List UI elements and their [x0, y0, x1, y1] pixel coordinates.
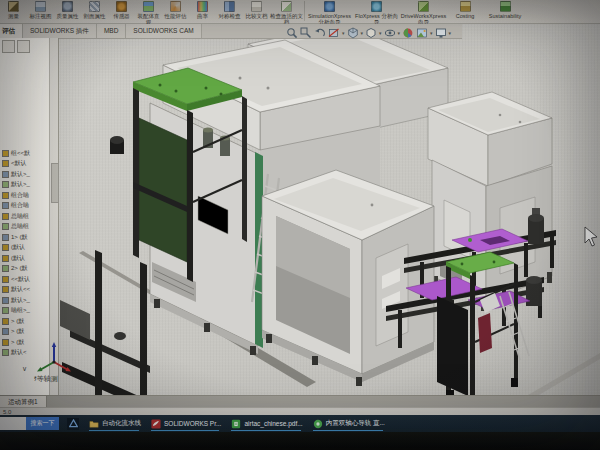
active-app-indicator: [313, 430, 383, 432]
mouse-cursor: [585, 227, 597, 246]
component-icon: [2, 234, 9, 241]
tool-sensor[interactable]: 传感器: [108, 1, 135, 19]
display-style-icon[interactable]: [365, 27, 377, 39]
tab-solidworks-addins[interactable]: SOLIDWORKS 插件: [23, 24, 97, 38]
section-view-icon[interactable]: [328, 27, 340, 39]
tree-item[interactable]: (默认: [2, 253, 48, 264]
costing-icon: [460, 1, 471, 12]
symmetry-check-icon: [224, 1, 235, 12]
hide-show-items-icon[interactable]: [384, 27, 396, 39]
features-tab-icon[interactable]: [2, 40, 15, 53]
component-icon: [2, 202, 9, 209]
tool-label: 质量属性: [57, 13, 79, 19]
tree-item-label: 默认>_: [11, 170, 30, 179]
apply-scene-icon[interactable]: [416, 27, 428, 39]
zoom-area-icon[interactable]: [300, 27, 312, 39]
view-orientation-icon[interactable]: [347, 27, 359, 39]
component-icon: [2, 286, 9, 293]
caret-icon[interactable]: ▾: [379, 27, 382, 39]
previous-view-icon[interactable]: [314, 27, 326, 39]
tree-item-label: 总啮组: [11, 212, 29, 221]
tool-check-active-document[interactable]: 检查激活的文档: [270, 1, 303, 25]
taskbar-item-pdf[interactable]: airtac_chinese.pdf...: [231, 416, 302, 431]
tree-item-label: <<默认: [11, 275, 30, 284]
tree-item[interactable]: 总啮组: [2, 222, 48, 233]
tree-item[interactable]: > (默: [2, 316, 48, 327]
component-icon: [2, 171, 9, 178]
tree-item-label: 默认>_: [11, 180, 30, 189]
properties-tab-icon[interactable]: [17, 40, 30, 53]
tree-item[interactable]: (默认: [2, 243, 48, 254]
tree-item[interactable]: 组<<默: [2, 148, 48, 159]
edit-appearance-icon[interactable]: [402, 27, 414, 39]
component-icon: [2, 318, 9, 325]
taskbar-item-solidworks[interactable]: SOLIDWORKS Pr...: [151, 416, 221, 431]
tool-curvature[interactable]: 曲率: [189, 1, 216, 19]
compare-documents-icon: [251, 1, 262, 12]
tab-mbd[interactable]: MBD: [97, 24, 126, 38]
tree-item[interactable]: 默认>_: [2, 295, 48, 306]
graphics-area[interactable]: [0, 0, 600, 450]
tree-item[interactable]: 默认>_: [2, 180, 48, 191]
tool-assembly-visualization[interactable]: 装配体直观: [135, 1, 162, 25]
tool-sustainability[interactable]: Sustainability: [483, 1, 527, 19]
tool-symmetry-check[interactable]: 对称检查: [216, 1, 243, 19]
tree-item[interactable]: 总啮组: [2, 211, 48, 222]
tool-label: 比较文档: [246, 13, 268, 19]
drive-app-icon[interactable]: [67, 418, 79, 430]
taskbar-item-guide-rail[interactable]: 内置双轴心导轨 直...: [313, 416, 385, 431]
tab-evaluate[interactable]: 评估: [0, 24, 23, 38]
tree-item[interactable]: 默认>_: [2, 169, 48, 180]
process-cabinet-front[interactable]: [262, 170, 434, 386]
tool-costing[interactable]: Costing: [447, 1, 483, 19]
view-settings-icon[interactable]: [435, 27, 447, 39]
tree-item-label: 组合啮: [11, 201, 29, 210]
tree-item[interactable]: 组合啮: [2, 190, 48, 201]
feature-tree-list: 组<<默 <默认 默认>_ 默认>_ 组合啮 组合啮 总啮组 总啮组 1> (默…: [2, 148, 48, 358]
caret-icon[interactable]: ▾: [361, 27, 364, 39]
green-circle-icon: [313, 419, 323, 429]
caret-icon[interactable]: ▾: [430, 27, 433, 39]
status-bar: 5.0: [0, 407, 600, 415]
tree-item-label: 2> (默: [11, 264, 28, 273]
folder-icon: [89, 419, 99, 429]
caret-icon[interactable]: ▾: [342, 27, 345, 39]
component-icon: [2, 307, 9, 314]
tree-item[interactable]: 啮组>_: [2, 306, 48, 317]
tree-item[interactable]: 1> (默: [2, 232, 48, 243]
tool-measure[interactable]: 测量: [0, 1, 27, 19]
caret-icon[interactable]: ▾: [449, 27, 452, 39]
taskbar-item-folder[interactable]: 自动化流水线: [89, 416, 141, 431]
tree-item[interactable]: > (默: [2, 327, 48, 338]
taskbar-search-input[interactable]: [0, 417, 26, 430]
tool-mass-properties[interactable]: 质量属性: [54, 1, 81, 19]
tool-simulationxpress[interactable]: SimulationXpress 分析向导: [306, 1, 353, 25]
tool-section-properties[interactable]: 剖面属性: [81, 1, 108, 19]
tree-item[interactable]: <默认: [2, 159, 48, 170]
collapse-chevron-icon[interactable]: ∨: [22, 365, 27, 373]
tool-label: 曲率: [197, 13, 208, 19]
tool-driveworksxpress[interactable]: DriveWorksXpress 向导: [400, 1, 447, 25]
zoom-fit-icon[interactable]: [286, 27, 298, 39]
tree-item[interactable]: 组合啮: [2, 201, 48, 212]
tool-markup-view[interactable]: 标注视图: [27, 1, 54, 19]
pdf-document-icon: [231, 419, 241, 429]
heads-up-toolbar: ▾ ▾ ▾ ▾ ▾ ▾: [286, 26, 451, 39]
tab-solidworks-cam[interactable]: SOLIDWORKS CAM: [126, 24, 201, 38]
tree-item-label: (默认: [11, 243, 25, 252]
tool-label: Sustainability: [489, 13, 521, 19]
component-icon: [2, 297, 9, 304]
tree-item[interactable]: 默认<<: [2, 285, 48, 296]
scrollbar-thumb[interactable]: [51, 163, 59, 203]
tool-floxpress[interactable]: FloXpress 分析向导: [353, 1, 400, 25]
reference-triad: [36, 340, 72, 372]
tool-compare-documents[interactable]: 比较文档: [243, 1, 270, 19]
tree-item[interactable]: <<默认: [2, 274, 48, 285]
measure-icon: [8, 1, 19, 12]
tree-item[interactable]: 2> (默: [2, 264, 48, 275]
search-button[interactable]: 搜索一下: [26, 417, 59, 430]
tool-performance-evaluation[interactable]: 性能评估: [162, 1, 189, 19]
caret-icon[interactable]: ▾: [398, 27, 401, 39]
component-icon: [2, 339, 9, 346]
tree-item-label: <默认: [11, 159, 27, 168]
